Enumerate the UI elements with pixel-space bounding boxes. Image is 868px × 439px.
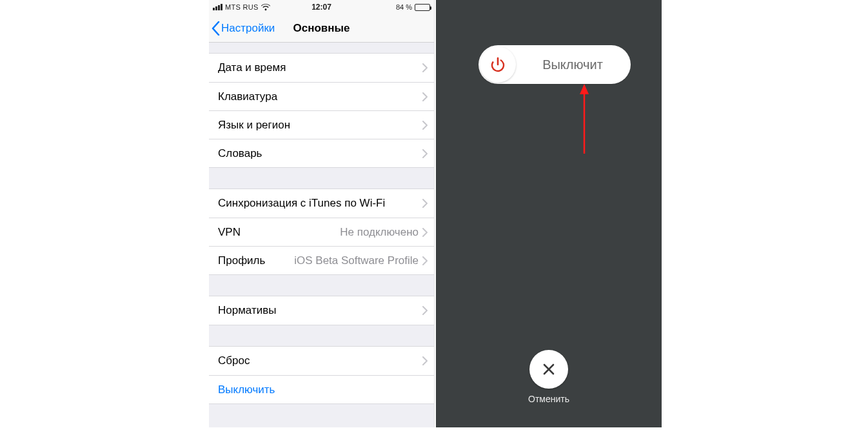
row-dictionary[interactable]: Словарь [209, 139, 434, 167]
row-label: VPN [218, 226, 241, 239]
power-icon [489, 56, 507, 74]
chevron-right-icon [422, 256, 434, 265]
battery-icon [415, 4, 430, 11]
row-label: Словарь [218, 147, 262, 160]
settings-general-screen: MTS RUS 12:07 84 % Настройки Основные [209, 0, 435, 427]
page-title: Основные [209, 22, 434, 35]
row-label: Язык и регион [218, 119, 290, 132]
nav-bar: Настройки Основные [209, 14, 434, 43]
group-reset: Сброс Выключить [209, 346, 434, 404]
chevron-right-icon [422, 356, 434, 365]
row-label: Профиль [218, 254, 265, 267]
row-reset[interactable]: Сброс [209, 347, 434, 375]
chevron-right-icon [422, 149, 434, 158]
row-keyboard[interactable]: Клавиатура [209, 82, 434, 110]
row-detail: iOS Beta Software Profile [294, 254, 422, 267]
row-label: Сброс [218, 354, 250, 367]
chevron-right-icon [422, 121, 434, 130]
slide-to-power-off[interactable]: Выключит [478, 45, 631, 84]
row-shutdown[interactable]: Выключить [209, 375, 434, 403]
power-knob[interactable] [480, 46, 516, 83]
row-detail: Не подключено [340, 226, 422, 239]
row-language-region[interactable]: Язык и регион [209, 110, 434, 139]
row-label: Синхронизация с iTunes по Wi-Fi [218, 197, 385, 210]
row-regulatory[interactable]: Нормативы [209, 296, 434, 325]
row-date-time[interactable]: Дата и время [209, 54, 434, 82]
cancel-button[interactable] [529, 350, 568, 389]
group-locale: Дата и время Клавиатура Язык и регион Сл… [209, 53, 434, 168]
chevron-right-icon [422, 199, 434, 208]
status-time: 12:07 [209, 3, 434, 12]
row-label: Клавиатура [218, 90, 277, 103]
chevron-right-icon [422, 228, 434, 237]
row-itunes-wifi-sync[interactable]: Синхронизация с iTunes по Wi-Fi [209, 189, 434, 218]
power-off-screen: Выключит Отменить [436, 0, 662, 427]
row-profile[interactable]: Профиль iOS Beta Software Profile [209, 246, 434, 274]
row-label: Выключить [218, 383, 275, 396]
status-bar: MTS RUS 12:07 84 % [209, 0, 434, 14]
slide-text: Выключит [517, 57, 631, 72]
row-label: Дата и время [218, 61, 286, 74]
close-icon [541, 362, 557, 377]
chevron-right-icon [422, 63, 434, 72]
chevron-right-icon [422, 306, 434, 315]
row-label: Нормативы [218, 304, 277, 317]
chevron-right-icon [422, 92, 434, 101]
cancel-label: Отменить [436, 394, 662, 404]
group-network: Синхронизация с iTunes по Wi-Fi VPN Не п… [209, 189, 434, 275]
row-vpn[interactable]: VPN Не подключено [209, 218, 434, 246]
group-regulatory: Нормативы [209, 296, 434, 325]
